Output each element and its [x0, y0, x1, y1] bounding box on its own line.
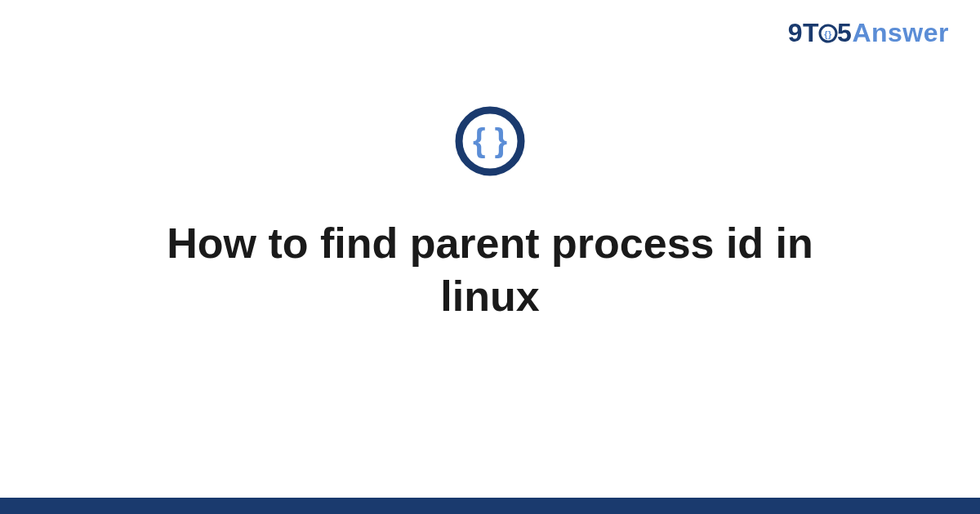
brand-logo: 9T {} 5Answer — [788, 18, 949, 48]
brand-five: 5 — [837, 18, 852, 47]
brand-answer: Answer — [852, 18, 949, 47]
brand-nine: 9 — [788, 18, 803, 47]
brand-t: T — [803, 18, 819, 47]
main-content: { } How to find parent process id in lin… — [0, 0, 980, 514]
code-braces-icon: { } — [453, 104, 527, 178]
footer-accent-bar — [0, 498, 980, 514]
page-title: How to find parent process id in linux — [82, 217, 898, 323]
brand-circle-icon: {} — [818, 24, 838, 43]
svg-text:{}: {} — [824, 29, 832, 39]
svg-text:{ }: { } — [473, 122, 507, 158]
